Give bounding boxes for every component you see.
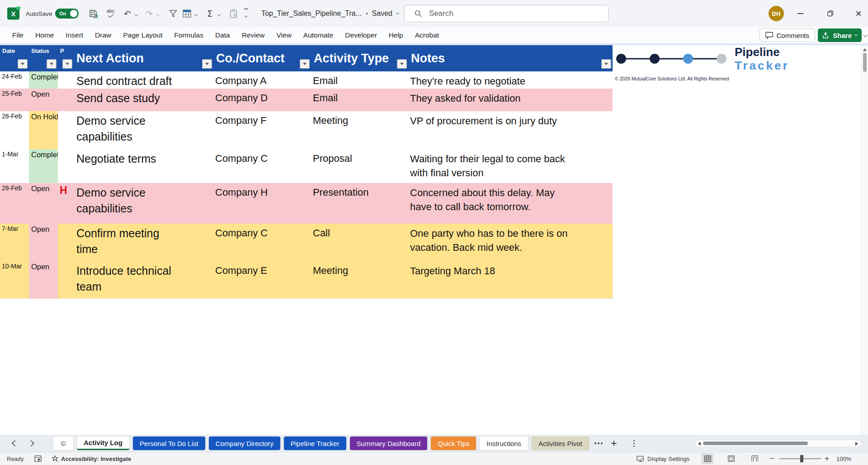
table-cell[interactable]: Call [311,224,408,261]
ribbon-tab-draw[interactable]: Draw [89,27,117,43]
ribbon-tab-home[interactable]: Home [29,27,60,43]
undo-icon[interactable]: ↶ [124,9,131,19]
table-cell[interactable] [58,261,74,298]
sheet-tab-pipeline-tracker[interactable]: Pipeline Tracker [284,437,346,450]
ribbon-tab-view[interactable]: View [271,27,297,43]
table-cell[interactable]: Waiting for their legal to come backwith… [408,149,613,183]
save-icon[interactable] [89,9,98,18]
table-cell[interactable]: Demo servicecapabilities [74,183,213,224]
table-format-icon[interactable] [183,9,191,18]
sheet-tab-quick-tips[interactable]: Quick Tips [431,437,476,450]
page-break-view-button[interactable] [749,453,760,464]
sheet-tab-activities-pivot[interactable]: Activities Pivot [532,437,589,450]
sheet-tab--[interactable]: © [53,437,73,450]
spelling-check-icon[interactable]: abc [107,9,114,18]
ribbon-tab-page-layout[interactable]: Page Layout [117,27,168,43]
table-cell[interactable]: They asked for validation [408,89,613,111]
table-cell[interactable] [58,71,74,89]
table-cell[interactable]: They're ready to negotiate [408,71,613,89]
table-cell[interactable]: On Hold [29,111,58,149]
autosum-dropdown-icon[interactable] [217,13,221,16]
table-cell[interactable]: 10-Mar [0,261,29,298]
table-cell[interactable]: Concerned about this delay. Mayhave to c… [408,183,613,224]
horizontal-scroll-thumb[interactable] [703,442,808,445]
redo-icon[interactable]: ↷ [146,9,153,19]
table-cell[interactable]: Meeting [311,111,408,149]
ribbon-tab-insert[interactable]: Insert [60,27,89,43]
table-dropdown-icon[interactable] [194,13,198,16]
page-layout-view-button[interactable] [725,453,737,464]
close-button[interactable]: × [851,6,866,21]
excel-logo-icon[interactable]: X [7,8,19,20]
qat-overflow-icon[interactable] [244,9,248,19]
table-cell[interactable]: 25-Feb [0,89,29,111]
filter-button-status[interactable] [47,59,57,69]
ribbon-tab-review[interactable]: Review [236,27,271,43]
autosum-icon[interactable]: Σ [207,9,212,19]
table-cell[interactable]: 7-Mar [0,224,29,261]
table-cell[interactable]: Company D [213,89,311,111]
ribbon-tab-help[interactable]: Help [383,27,409,43]
document-title[interactable]: Top_Tier_Sales_Pipeline_Tra... • Saved [261,9,399,18]
table-cell[interactable]: Email [311,71,408,89]
normal-view-button[interactable] [702,453,713,464]
table-cell[interactable]: Complete [29,149,58,183]
table-cell[interactable]: Company E [213,261,311,298]
table-cell[interactable] [58,111,74,149]
macro-record-icon[interactable] [34,456,42,462]
table-cell[interactable]: Open [29,261,58,298]
sheet-tab-company-directory[interactable]: Company Directory [209,437,280,450]
sheet-tab-instructions[interactable]: Instructions [480,437,528,450]
table-cell[interactable] [58,224,74,261]
table-cell[interactable]: VP of procurement is on jury duty [408,111,613,149]
table-cell[interactable]: Company C [213,149,311,183]
accessibility-status[interactable]: Accessibility: Investigate [52,456,131,462]
more-sheets-icon[interactable] [594,442,596,444]
ribbon-tab-data[interactable]: Data [209,27,236,43]
saved-dropdown-icon[interactable] [396,11,399,14]
sheet-tab-activity-log[interactable]: Activity Log [77,437,129,450]
table-cell[interactable]: Send case study [74,89,213,111]
filter-button-priority[interactable] [62,59,72,69]
table-cell[interactable]: Company H [213,183,311,224]
table-cell[interactable] [58,149,74,183]
table-cell[interactable]: Company C [213,224,311,261]
ribbon-tab-formulas[interactable]: Formulas [168,27,209,43]
share-button[interactable]: Share [818,28,862,42]
table-cell[interactable]: Presentation [311,183,408,224]
zoom-slider[interactable] [779,458,821,459]
ribbon-tab-file[interactable]: File [6,27,29,43]
table-cell[interactable]: Proposal [311,149,408,183]
add-sheet-button[interactable]: + [611,437,617,450]
table-cell[interactable]: Company A [213,71,311,89]
filter-button-date[interactable] [18,59,28,69]
table-cell[interactable]: Meeting [311,261,408,298]
search-input[interactable]: Search [404,5,609,22]
tab-options-icon[interactable] [633,443,635,444]
zoom-in-button[interactable]: + [825,454,829,463]
vertical-scroll-thumb[interactable] [863,53,867,72]
table-cell[interactable]: One party who has to be there is onvacat… [408,224,613,261]
sheet-tab-personal-to-do-list[interactable]: Personal To Do List [133,437,205,450]
ribbon-tab-acrobat[interactable]: Acrobat [409,27,445,43]
ribbon-tab-developer[interactable]: Developer [339,27,383,43]
table-cell[interactable]: Company F [213,111,311,149]
filter-button-activity-type[interactable] [397,59,407,69]
horizontal-scrollbar[interactable] [695,440,861,447]
table-cell[interactable]: Open [29,183,58,224]
display-settings-button[interactable]: Display Settings [637,456,689,462]
table-cell[interactable]: H [58,183,74,224]
table-cell[interactable]: Open [29,89,58,111]
prev-sheet-icon[interactable] [12,440,18,446]
table-cell[interactable]: 24-Feb [0,71,29,89]
filter-button-company[interactable] [300,59,310,69]
table-cell[interactable]: Send contract draft [74,71,213,89]
autosave-toggle[interactable]: On [55,9,79,19]
table-cell[interactable]: Confirm meetingtime [74,224,213,261]
undo-dropdown-icon[interactable] [135,13,138,16]
table-cell[interactable]: Open [29,224,58,261]
scroll-right-icon[interactable] [855,442,858,446]
filter-button-next-action[interactable] [202,59,212,69]
scroll-left-icon[interactable] [698,442,701,446]
comments-button[interactable]: Comments [760,28,815,42]
